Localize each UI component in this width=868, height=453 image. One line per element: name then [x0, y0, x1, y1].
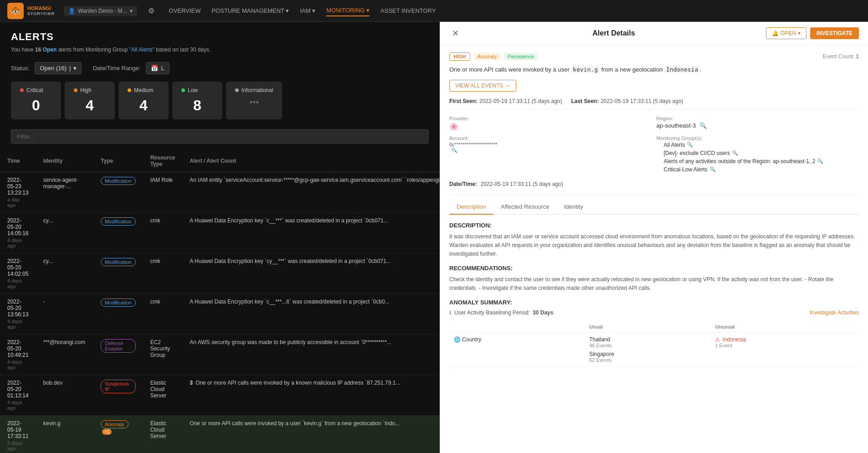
alerts-controls: Status: Open (16) | ▾ Date/Time Range: 📅…: [0, 58, 440, 78]
logo-icon: 🐯: [7, 3, 24, 19]
cell-resource: cmk: [143, 213, 183, 253]
region-search-icon[interactable]: 🔍: [699, 122, 707, 129]
monitoring-groups-list: All Alerts 🔍 [Dev]- exclude CI/CD users …: [657, 142, 859, 173]
cell-identity: bob.dev: [36, 375, 93, 416]
alert-text: An IAM entity `serviceAccount:service-**…: [190, 177, 440, 183]
severity-card-info[interactable]: Informational •••: [226, 82, 282, 119]
severity-low-value: 8: [181, 97, 213, 114]
severity-card-low[interactable]: Low 8: [172, 82, 222, 119]
chevron-down-icon: ▾: [130, 8, 133, 14]
table-row[interactable]: 2022-05-20 13:56:13 4 days ago - Modific…: [0, 294, 440, 335]
main-layout: ALERTS You have 16 Open alerts from Moni…: [0, 22, 868, 453]
view-events-button[interactable]: VIEW ALL EVENTS →: [449, 80, 516, 92]
anomaly-usual-country: Thailand 46 Events Singapore 62 Events: [585, 333, 710, 367]
table-row[interactable]: 2022-05-20 01:13:14 4 days ago bob.dev S…: [0, 375, 440, 416]
info-grid: Provider: 🌸 Region: ap-southeast-3 🔍 Acc…: [449, 116, 859, 175]
severity-card-high[interactable]: High 4: [65, 82, 115, 119]
nav-iam[interactable]: IAM ▾: [300, 5, 315, 16]
tab-identity[interactable]: Identity: [557, 200, 591, 215]
usual-country-2-events: 62 Events: [589, 357, 706, 363]
table-row[interactable]: 2022-05-23 13:23:13 a day ago service-ag…: [0, 172, 440, 213]
provider-item: Provider: 🌸: [449, 116, 652, 131]
type-badge: Modification: [101, 299, 136, 307]
table-row[interactable]: 2022-05-19 17:33:11 5 days ago kevin.g A…: [0, 416, 440, 453]
status-dropdown[interactable]: Open (16) | ▾: [35, 62, 82, 74]
cell-resource: cmk: [143, 294, 183, 335]
severity-critical-value: 0: [20, 97, 52, 114]
filter-input[interactable]: [11, 129, 429, 144]
logo-text: HORANGI STORYFIER: [27, 5, 55, 16]
time-primary: 2022-05-20 14:05:16: [7, 217, 29, 237]
cell-alert: A Huawei Data Encryption key `cy__***` w…: [182, 253, 440, 294]
unusual-country-value: Indonesia: [722, 336, 746, 343]
cell-identity: service-agent-manager-...: [36, 172, 93, 213]
cell-type: Defense Evasion: [93, 335, 143, 375]
investigate-activities-link[interactable]: Investigate Activities: [810, 309, 859, 316]
nav-monitoring[interactable]: MONITORING ▾: [326, 5, 370, 16]
cell-type: Modification: [93, 253, 143, 294]
col-time: Time: [0, 150, 36, 172]
plus-badge: +1: [102, 429, 112, 435]
dot-low: [181, 88, 185, 92]
time-secondary: 4 days ago: [7, 237, 29, 248]
cell-time: 2022-05-20 10:49:21 4 days ago: [0, 335, 36, 375]
event-count: Event Count: 1: [823, 53, 859, 60]
type-badge: Anomaly: [101, 420, 128, 428]
cell-identity: -: [36, 294, 93, 335]
anomaly-summary: ANOMALY SUMMARY: ℹ User Activity Baselin…: [449, 299, 859, 367]
severity-card-critical[interactable]: Critical 0: [11, 82, 61, 119]
anomaly-col-usual: Usual: [585, 321, 710, 333]
table-row[interactable]: 2022-05-20 14:02:05 4 days ago cy... Mod…: [0, 253, 440, 294]
tab-description[interactable]: Description: [449, 200, 493, 215]
cell-time: 2022-05-19 17:33:11 5 days ago: [0, 416, 36, 453]
time-primary: 2022-05-20 13:56:13: [7, 299, 29, 318]
table-row[interactable]: 2022-05-20 14:05:16 4 days ago cy... Mod…: [0, 213, 440, 253]
cell-type: Anomaly+1: [93, 416, 143, 453]
cell-time: 2022-05-20 14:02:05 4 days ago: [0, 253, 36, 294]
settings-icon[interactable]: ⚙: [148, 6, 154, 15]
filter-bar: [0, 127, 440, 146]
alert-text: An AWS security group was made to be pub…: [190, 339, 391, 345]
usual-country-1: Thailand: [589, 336, 706, 343]
severity-card-medium[interactable]: Medium 4: [118, 82, 169, 119]
severity-low-label: Low: [188, 87, 198, 93]
cell-resource: IAM Role: [143, 172, 183, 213]
time-secondary: 4 days ago: [7, 359, 29, 370]
severity-high-label: High: [80, 87, 92, 93]
close-button[interactable]: ✕: [449, 27, 462, 39]
investigate-button[interactable]: INVESTIGATE: [810, 27, 859, 39]
anomaly-unusual-country: ⚠ Indonesia 1 Event: [710, 333, 859, 367]
warning-icon: ⚠: [715, 336, 720, 343]
usual-country-1-events: 46 Events: [589, 343, 706, 348]
nav-overview[interactable]: OVERVIEW: [169, 5, 201, 16]
tag-persistence: Persistence: [504, 53, 537, 60]
mg-search-icon[interactable]: 🔍: [709, 166, 716, 172]
calendar-icon: 📅: [151, 65, 158, 72]
alerts-header: ALERTS You have 16 Open alerts from Moni…: [0, 22, 440, 58]
mg-search-icon[interactable]: 🔍: [687, 142, 693, 148]
detail-body: HIGH Anomaly Persistence Event Count: 1 …: [440, 45, 868, 374]
mg-search-icon[interactable]: 🔍: [732, 150, 738, 156]
usual-country-2: Singapore: [589, 351, 706, 357]
mg-search-icon[interactable]: 🔍: [817, 158, 823, 164]
detail-title: Alert Details: [592, 29, 635, 37]
account-icon: 👤: [68, 8, 75, 14]
datetime-row: Date/Time: 2022-05-19 17:33:11 (5 days a…: [449, 181, 859, 187]
cell-alert: A Huawei Data Encryption key `c__***` wa…: [182, 213, 440, 253]
account-selector[interactable]: 👤 Warden Demo - M... ▾: [64, 6, 137, 16]
type-badge: Defense Evasion: [101, 339, 136, 353]
severity-badge: HIGH: [449, 52, 470, 61]
cell-resource: Elastic Cloud Server: [143, 375, 183, 416]
date-range-picker[interactable]: 📅 L: [146, 62, 169, 74]
tab-affected-resource[interactable]: Affected Resource: [493, 200, 557, 215]
table-row[interactable]: 2022-05-20 10:49:21 4 days ago ***@horan…: [0, 335, 440, 375]
time-primary: 2022-05-20 10:49:21: [7, 339, 29, 358]
status-divider: |: [69, 65, 71, 72]
cell-identity: ***@horangi.com: [36, 335, 93, 375]
nav-posture[interactable]: POSTURE MANAGEMENT ▾: [211, 5, 289, 16]
account-search-icon[interactable]: 🔍: [451, 147, 652, 153]
nav-asset[interactable]: ASSET INVENTORY: [380, 5, 436, 16]
open-button[interactable]: 🔔 OPEN ▾: [766, 27, 806, 39]
navbar: 🐯 HORANGI STORYFIER 👤 Warden Demo - M...…: [0, 0, 868, 22]
info-icon: ℹ: [449, 309, 452, 316]
